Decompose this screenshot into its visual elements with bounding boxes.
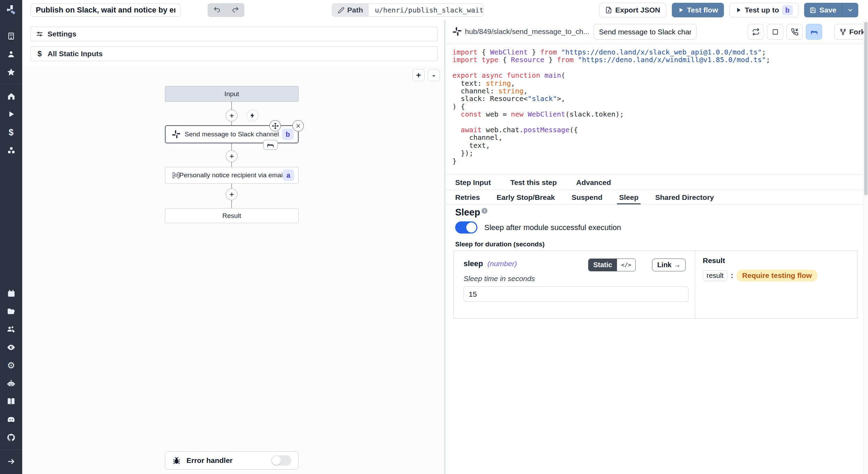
flow-node-email[interactable]: Personally notice recipient via email a xyxy=(165,167,299,184)
export-json-button[interactable]: Export JSON xyxy=(599,3,666,17)
git-fork-icon xyxy=(840,28,846,35)
sleep-toggle-label: Sleep after module successful execution xyxy=(484,223,621,232)
zoom-in-button[interactable]: + xyxy=(412,69,425,81)
windmill-logo-icon[interactable] xyxy=(5,4,17,17)
result-key-pill[interactable]: result xyxy=(703,270,727,281)
resources-blocks-icon[interactable] xyxy=(0,141,22,159)
path-label: Path xyxy=(332,4,369,16)
scrollbar-thumb[interactable] xyxy=(864,22,868,195)
discord-icon[interactable] xyxy=(0,410,22,429)
fork-button[interactable]: Fork xyxy=(834,24,868,40)
arrow-right-icon: → xyxy=(674,261,681,269)
code-mode-button[interactable]: </> xyxy=(617,259,635,271)
left-sidebar: $ ⚙ xyxy=(0,0,22,474)
right-scrollbar-track[interactable] xyxy=(863,20,868,474)
runs-play-icon[interactable] xyxy=(0,105,22,123)
input-mode-segmented-control: Static </> xyxy=(588,259,636,271)
play-icon xyxy=(678,7,684,13)
audit-eye-icon[interactable] xyxy=(0,338,22,356)
advanced-sub-tabs: Retries Early Stop/Break Suspend Sleep S… xyxy=(445,190,864,205)
flow-settings-bar[interactable]: Settings xyxy=(31,27,437,41)
code-editor[interactable]: import { WebClient } from "https://deno.… xyxy=(452,48,855,165)
path-value[interactable]: u/henri/publish_slack_wait_mail xyxy=(369,4,483,16)
step-header: hub/849/slack/send_message_to_ch... Fork xyxy=(445,20,864,44)
sleep-toggle-row: Sleep after module successful execution xyxy=(455,221,621,234)
retries-icon-button[interactable] xyxy=(748,24,764,40)
play-icon xyxy=(735,7,742,13)
flow-node-input[interactable]: Input xyxy=(165,86,299,102)
test-up-to-button[interactable]: Test up to b xyxy=(729,3,799,17)
error-handler-toggle[interactable] xyxy=(271,455,291,466)
github-icon[interactable] xyxy=(0,429,22,447)
sidebar-divider xyxy=(0,84,22,84)
all-static-inputs-bar[interactable]: $ All Static Inputs xyxy=(31,46,437,61)
delete-node-button[interactable] xyxy=(292,120,304,132)
sleep-enabled-toggle[interactable] xyxy=(455,221,477,234)
link-button[interactable]: Link → xyxy=(652,259,686,271)
sleep-seconds-input[interactable] xyxy=(464,286,688,302)
sleep-icon-button[interactable] xyxy=(806,24,822,40)
flow-title-input[interactable] xyxy=(31,3,181,17)
flow-canvas[interactable]: + - Input Send message to Slack channel xyxy=(22,66,444,474)
home-icon[interactable] xyxy=(0,87,22,105)
result-colon: : xyxy=(731,272,733,280)
settings-gear-icon[interactable]: ⚙ xyxy=(0,356,22,374)
stop-square-icon xyxy=(772,28,779,35)
tab-sleep[interactable]: Sleep xyxy=(619,190,639,204)
dollar-icon: $ xyxy=(36,49,43,58)
move-node-button[interactable] xyxy=(269,120,281,132)
zoom-out-button[interactable]: - xyxy=(428,69,440,81)
tab-early-stop-break[interactable]: Early Stop/Break xyxy=(496,190,555,204)
topbar-actions: Export JSON Test flow Test up to b Save xyxy=(599,3,858,17)
toggle-knob xyxy=(272,456,281,465)
tab-retries[interactable]: Retries xyxy=(455,190,480,204)
docs-book-icon[interactable] xyxy=(0,392,22,410)
sleep-field-section: sleep (number) Static </> Link → Sleep t… xyxy=(454,251,695,318)
info-icon[interactable]: i xyxy=(482,208,487,214)
favorites-star-icon[interactable] xyxy=(0,63,22,81)
tab-suspend[interactable]: Suspend xyxy=(571,190,602,204)
trigger-bolt-button[interactable] xyxy=(247,110,258,121)
sleep-indicator-chip[interactable] xyxy=(263,140,278,150)
hub-script-path[interactable]: hub/849/slack/send_message_to_ch... xyxy=(465,27,589,36)
primary-tabs: Step Input Test this step Advanced xyxy=(445,175,864,190)
save-dropdown-button[interactable] xyxy=(842,3,858,17)
sleep-config-card: sleep (number) Static </> Link → Sleep t… xyxy=(453,251,858,319)
settings-label: Settings xyxy=(48,30,76,38)
test-flow-button[interactable]: Test flow xyxy=(672,3,724,17)
expand-sidebar-arrow-icon[interactable] xyxy=(0,452,22,471)
sleep-field-type: (number) xyxy=(487,260,517,268)
folders-icon[interactable] xyxy=(0,302,22,320)
save-button[interactable]: Save xyxy=(804,3,842,17)
groups-users-icon[interactable] xyxy=(0,320,22,338)
step-summary-input[interactable] xyxy=(594,24,696,40)
variables-dollar-icon[interactable]: $ xyxy=(0,123,22,141)
sidebar-divider-bottom xyxy=(0,449,22,450)
add-step-button-2[interactable] xyxy=(226,150,237,162)
early-stop-icon-button[interactable] xyxy=(767,24,783,40)
add-step-button-1[interactable] xyxy=(226,110,237,121)
workspace-icon[interactable] xyxy=(0,27,22,45)
suspend-icon-button[interactable] xyxy=(786,24,803,40)
sleep-section-title: Sleep i xyxy=(455,207,487,218)
tab-step-input[interactable]: Step Input xyxy=(455,175,491,190)
path-pill[interactable]: Path u/henri/publish_slack_wait_mail xyxy=(332,3,484,17)
flow-node-result[interactable]: Result xyxy=(165,208,299,223)
redo-button[interactable] xyxy=(226,3,244,17)
bed-icon xyxy=(810,28,818,36)
tab-shared-directory[interactable]: Shared Directory xyxy=(655,190,714,204)
undo-button[interactable] xyxy=(208,3,226,17)
workers-robot-icon[interactable] xyxy=(0,374,22,392)
pencil-icon xyxy=(338,7,344,14)
sleep-field-name: sleep xyxy=(464,259,483,268)
add-step-button-3[interactable] xyxy=(226,188,237,200)
static-mode-button[interactable]: Static xyxy=(589,259,617,271)
step-detail-panel: hub/849/slack/send_message_to_ch... Fork… xyxy=(445,20,864,474)
error-handler-node[interactable]: Error handler xyxy=(165,451,299,469)
schedules-calendar-icon[interactable] xyxy=(0,284,22,302)
chevron-down-icon xyxy=(847,7,854,14)
tab-test-this-step[interactable]: Test this step xyxy=(510,175,557,190)
user-icon[interactable] xyxy=(0,45,22,63)
save-icon xyxy=(810,7,816,14)
tab-advanced[interactable]: Advanced xyxy=(576,175,611,190)
